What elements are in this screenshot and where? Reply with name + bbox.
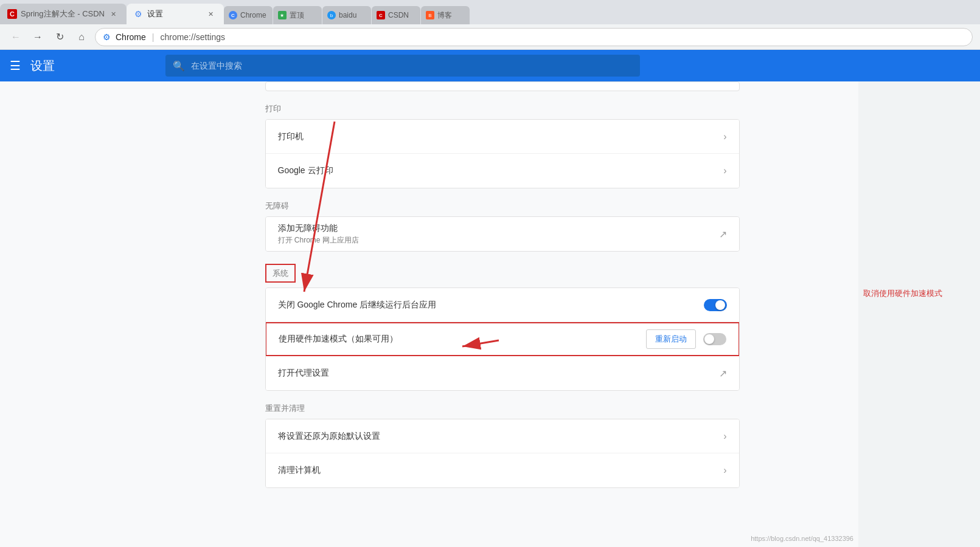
- content-inner: 打印 打印机 › Google 云打印 ›: [265, 81, 740, 512]
- csdn-tab[interactable]: C Spring注解大全 - CSDN ✕: [0, 4, 127, 24]
- google-print-arrow-icon: ›: [723, 165, 726, 176]
- accessibility-item-text: 添加无障碍功能 打开 Chrome 网上应用店: [278, 223, 719, 246]
- other-tab-3-title: Chrome: [240, 11, 268, 19]
- accessibility-title: 添加无障碍功能: [278, 223, 719, 234]
- site-icon: ⚙: [103, 32, 111, 42]
- other-tab-3-favicon: C: [229, 11, 237, 19]
- url-path: chrome://settings: [160, 32, 225, 42]
- printer-title: 打印机: [278, 131, 724, 142]
- restore-settings-title: 将设置还原为原始默认设置: [278, 431, 724, 442]
- accessibility-subtitle: 打开 Chrome 网上应用店: [278, 235, 719, 246]
- hardware-accel-toggle-knob: [704, 334, 714, 344]
- settings-page-title: 设置: [30, 58, 55, 74]
- hardware-accel-item[interactable]: 使用硬件加速模式（如果可用） 重新启动: [265, 322, 740, 356]
- other-tab-5-favicon: b: [327, 11, 336, 19]
- site-name: Chrome: [116, 32, 146, 42]
- system-label-wrapper: 系统: [265, 264, 296, 283]
- other-tab-4-title: 置顶: [290, 10, 317, 21]
- main-content: 打印 打印机 › Google 云打印 ›: [146, 81, 858, 547]
- proxy-external-icon: ↗: [719, 368, 727, 379]
- proxy-settings-item[interactable]: 打开代理设置 ↗: [266, 356, 739, 390]
- system-section-label: 系统: [273, 269, 288, 278]
- menu-icon[interactable]: ☰: [10, 58, 21, 73]
- reset-section-label: 重置并清理: [265, 391, 740, 419]
- accessibility-card-group: 添加无障碍功能 打开 Chrome 网上应用店 ↗: [265, 216, 740, 252]
- csdn-tab-title: Spring注解大全 - CSDN: [21, 9, 105, 19]
- restore-settings-item[interactable]: 将设置还原为原始默认设置 ›: [266, 419, 739, 453]
- sidebar: [0, 81, 146, 547]
- printer-item[interactable]: 打印机 ›: [266, 120, 739, 154]
- background-run-toggle-knob: [715, 300, 725, 310]
- clean-computer-title: 清理计算机: [278, 465, 724, 476]
- other-tab-7[interactable]: B 博客: [421, 6, 470, 24]
- other-tab-7-favicon: B: [426, 11, 434, 19]
- google-print-title: Google 云打印: [278, 165, 724, 176]
- browser-frame: C Spring注解大全 - CSDN ✕ ⚙ 设置 ✕ C Chrome ★ …: [0, 0, 980, 547]
- tab-bar: C Spring注解大全 - CSDN ✕ ⚙ 设置 ✕ C Chrome ★ …: [0, 0, 980, 24]
- accessibility-item[interactable]: 添加无障碍功能 打开 Chrome 网上应用店 ↗: [266, 217, 739, 251]
- url-bar[interactable]: ⚙ Chrome | chrome://settings: [95, 28, 973, 46]
- other-tab-3[interactable]: C Chrome: [224, 6, 273, 24]
- other-tabs: C Chrome ★ 置顶 b baidu C CSDN B 博客: [224, 6, 980, 24]
- settings-tab[interactable]: ⚙ 设置 ✕: [127, 4, 224, 24]
- other-tab-5-title: baidu: [339, 11, 366, 19]
- other-tab-6-title: CSDN: [388, 11, 415, 19]
- settings-area: ☰ 设置 🔍 打印: [0, 50, 980, 547]
- accessibility-section-label: 无障碍: [265, 188, 740, 216]
- background-run-item[interactable]: 关闭 Google Chrome 后继续运行后台应用: [266, 288, 739, 322]
- other-tab-4-favicon: ★: [278, 11, 287, 19]
- other-tab-5[interactable]: b baidu: [322, 6, 371, 24]
- search-bar[interactable]: 🔍: [165, 55, 640, 77]
- url-separator: |: [152, 32, 155, 42]
- other-tab-4[interactable]: ★ 置顶: [273, 6, 322, 24]
- hardware-accel-toggle[interactable]: [703, 333, 726, 345]
- reset-card-group: 将设置还原为原始默认设置 › 清理计算机 ›: [265, 419, 740, 488]
- settings-header-left: ☰ 设置: [10, 58, 156, 74]
- annotation-area: 取消使用硬件加速模式: [858, 81, 980, 547]
- back-button[interactable]: ←: [7, 29, 24, 46]
- printer-arrow-icon: ›: [723, 131, 726, 142]
- print-section-label: 打印: [265, 91, 740, 119]
- clean-computer-text: 清理计算机: [278, 465, 724, 476]
- annotation-text: 取消使用硬件加速模式: [863, 288, 942, 299]
- system-card-group: 关闭 Google Chrome 后继续运行后台应用 使用硬件加速模式（如果可用…: [265, 287, 740, 391]
- other-tab-6-favicon: C: [377, 11, 385, 19]
- home-button[interactable]: ⌂: [73, 29, 90, 46]
- other-tab-6[interactable]: C CSDN: [372, 6, 420, 24]
- restore-settings-text: 将设置还原为原始默认设置: [278, 431, 724, 442]
- hardware-accel-title: 使用硬件加速模式（如果可用）: [279, 334, 646, 345]
- restore-settings-arrow-icon: ›: [723, 431, 726, 442]
- search-icon: 🔍: [173, 60, 185, 72]
- google-print-text: Google 云打印: [278, 165, 724, 176]
- background-run-title: 关闭 Google Chrome 后继续运行后台应用: [278, 300, 704, 311]
- csdn-tab-close[interactable]: ✕: [108, 9, 119, 19]
- settings-favicon: ⚙: [134, 9, 144, 19]
- reload-button[interactable]: ↻: [51, 29, 68, 46]
- partial-top-card: [265, 81, 740, 91]
- settings-header: ☰ 设置 🔍: [0, 50, 980, 81]
- settings-tab-close[interactable]: ✕: [206, 9, 217, 19]
- hardware-accel-text: 使用硬件加速模式（如果可用）: [279, 334, 646, 345]
- google-print-item[interactable]: Google 云打印 ›: [266, 154, 739, 188]
- settings-tab-title: 设置: [147, 9, 202, 19]
- restart-button[interactable]: 重新启动: [646, 329, 696, 349]
- search-input[interactable]: [191, 61, 633, 71]
- background-run-text: 关闭 Google Chrome 后继续运行后台应用: [278, 300, 704, 311]
- clean-computer-item[interactable]: 清理计算机 ›: [266, 453, 739, 487]
- watermark: https://blog.csdn.net/qq_41332396: [751, 535, 853, 542]
- csdn-favicon: C: [7, 9, 17, 19]
- clean-computer-arrow-icon: ›: [723, 465, 726, 476]
- address-bar: ← → ↻ ⌂ ⚙ Chrome | chrome://settings: [0, 24, 980, 50]
- content-wrapper: 打印 打印机 › Google 云打印 ›: [0, 81, 980, 547]
- accessibility-external-icon: ↗: [719, 229, 727, 240]
- print-card-group: 打印机 › Google 云打印 ›: [265, 119, 740, 188]
- background-run-toggle[interactable]: [704, 299, 727, 311]
- forward-button[interactable]: →: [29, 29, 46, 46]
- proxy-settings-text: 打开代理设置: [278, 368, 719, 379]
- printer-item-text: 打印机: [278, 131, 724, 142]
- proxy-settings-title: 打开代理设置: [278, 368, 719, 379]
- other-tab-7-title: 博客: [437, 10, 465, 21]
